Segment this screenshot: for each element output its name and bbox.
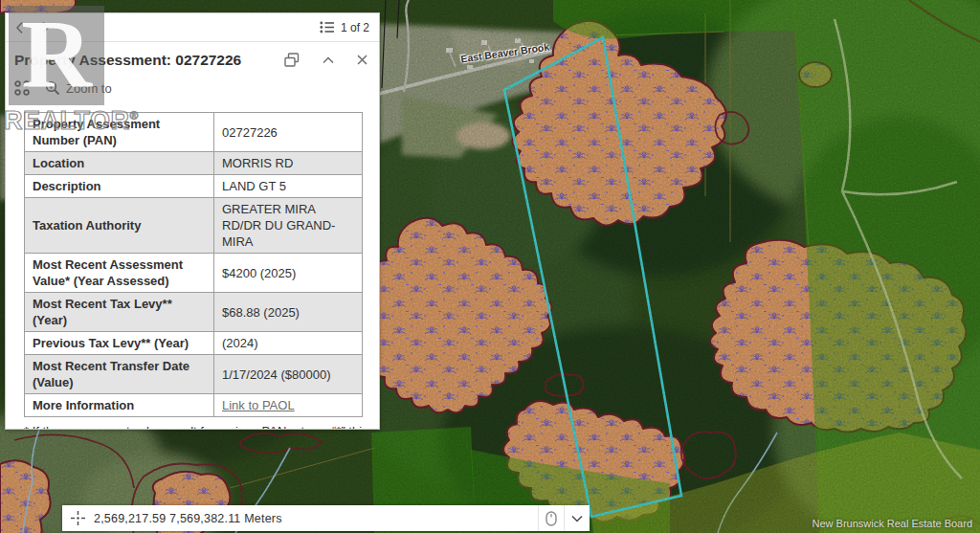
next-feature-button[interactable]: [41, 21, 50, 34]
close-icon: [357, 55, 368, 65]
table-row: Most Recent Tax Levy** (Year) $68.88 (20…: [25, 293, 363, 332]
paol-link[interactable]: Link to PAOL: [222, 398, 295, 412]
property-assessment-popup: 1 of 2 Property Assessment: 02727226: [5, 12, 380, 430]
table-row: Taxation Authority GREATER MIRA RD/DR DU…: [25, 198, 363, 254]
feature-list-icon[interactable]: [320, 21, 334, 33]
pager-count-label: 1 of 2: [341, 21, 369, 34]
coordinate-options-button[interactable]: [565, 505, 590, 531]
popup-title: Property Assessment: 02727226: [14, 51, 278, 70]
actions-grid-icon: [14, 80, 30, 96]
map-attribution: New Brunswick Real Estate Board: [812, 518, 972, 529]
previous-feature-button[interactable]: [15, 21, 24, 34]
table-row: Property Assessment Number (PAN) 0272722…: [25, 113, 363, 152]
coordinate-readout: 2,569,217.59 7,569,382.11 Meters: [94, 512, 538, 525]
feature-pager: 1 of 2: [320, 21, 369, 34]
coordinate-widget: 2,569,217.59 7,569,382.11 Meters: [62, 505, 590, 531]
zoom-to-button[interactable]: Zoom to: [45, 80, 112, 96]
magnifier-plus-icon: [45, 80, 60, 96]
assessment-footnote: * If the assessment value result for a g…: [24, 423, 366, 430]
assessment-table: Property Assessment Number (PAN) 0272722…: [24, 112, 363, 417]
table-row: Most Recent Assessment Value* (Year Asse…: [25, 254, 363, 293]
close-popup-button[interactable]: [357, 53, 368, 67]
chevron-left-icon: [15, 21, 24, 34]
table-row: Location MORRIS RD: [25, 152, 363, 175]
chevron-right-icon: [41, 21, 50, 34]
chevron-up-icon: [323, 56, 334, 64]
popup-header: Property Assessment: 02727226: [6, 42, 379, 74]
collapse-popup-button[interactable]: [323, 53, 334, 67]
mouse-position-toggle-button[interactable]: [539, 505, 564, 531]
table-row: Description LAND GT 5: [25, 175, 363, 198]
table-row: Most Recent Transfer Date (Value) 1/17/2…: [25, 355, 363, 394]
popup-actions: Zoom to: [6, 74, 379, 104]
table-row: More Information Link to PAOL: [25, 394, 363, 417]
table-row: Previous Tax Levy** (Year) (2024): [25, 332, 363, 355]
mouse-icon: [546, 511, 557, 526]
popup-content: Property Assessment Number (PAN) 0272722…: [6, 104, 379, 430]
chevron-down-icon: [571, 515, 583, 522]
map-app: East Beaver Brook 1 of 2: [0, 0, 980, 533]
popup-actions-menu-button[interactable]: [14, 80, 30, 96]
dock-popup-button[interactable]: [284, 53, 300, 67]
crosshair-icon[interactable]: [71, 511, 85, 525]
dock-icon: [284, 53, 300, 67]
popup-pager-bar: 1 of 2: [6, 13, 379, 42]
zoom-to-label: Zoom to: [66, 81, 112, 96]
